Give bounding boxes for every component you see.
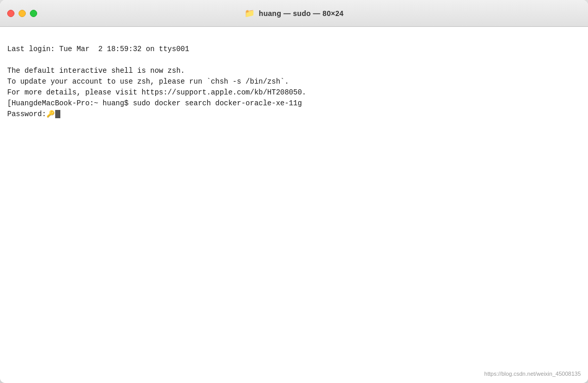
close-button[interactable]: [7, 10, 14, 17]
terminal-window: 📁 huang — sudo — 80×24 Last login: Tue M…: [0, 0, 588, 383]
title-area: 📁 huang — sudo — 80×24: [244, 8, 344, 18]
window-title: huang — sudo — 80×24: [259, 9, 344, 18]
terminal-line: The default interactive shell is now zsh…: [7, 66, 581, 76]
terminal-line: [7, 55, 581, 66]
key-icon: 🔑: [46, 109, 55, 120]
terminal-line: [7, 33, 581, 44]
minimize-button[interactable]: [19, 10, 26, 17]
titlebar: 📁 huang — sudo — 80×24: [0, 0, 588, 27]
terminal-body[interactable]: Last login: Tue Mar 2 18:59:32 on ttys00…: [0, 27, 588, 383]
watermark: https://blog.csdn.net/weixin_45008135: [484, 370, 581, 378]
maximize-button[interactable]: [30, 10, 37, 17]
terminal-line: To update your account to use zsh, pleas…: [7, 76, 581, 87]
traffic-lights: [7, 10, 37, 17]
terminal-line: Last login: Tue Mar 2 18:59:32 on ttys00…: [7, 44, 581, 55]
terminal-line: For more details, please visit https://s…: [7, 87, 581, 98]
folder-icon: 📁: [244, 8, 255, 18]
cursor: [55, 110, 60, 118]
terminal-line: [HuangdeMacBook-Pro:~ huang$ sudo docker…: [7, 98, 581, 109]
terminal-password-line: Password:🔑: [7, 109, 581, 120]
